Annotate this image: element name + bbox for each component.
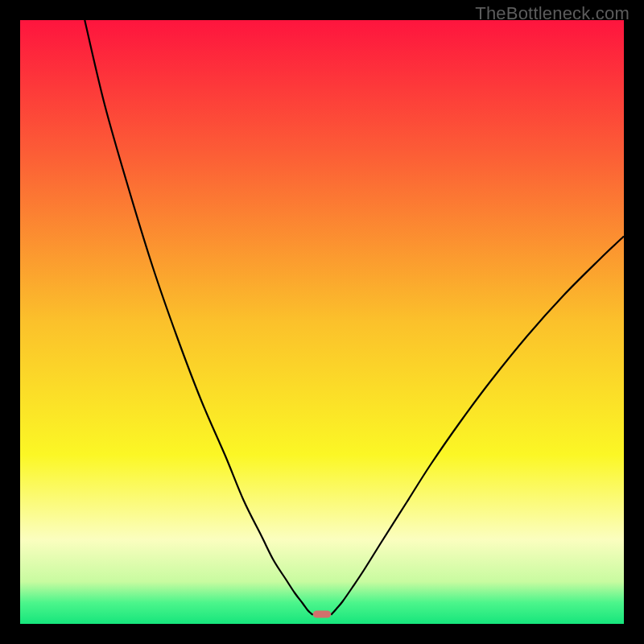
gradient-background [20, 20, 624, 624]
bottleneck-marker [313, 611, 332, 618]
chart-frame: TheBottleneck.com [0, 0, 644, 644]
plot-area [20, 20, 624, 624]
bottleneck-chart [20, 20, 624, 624]
